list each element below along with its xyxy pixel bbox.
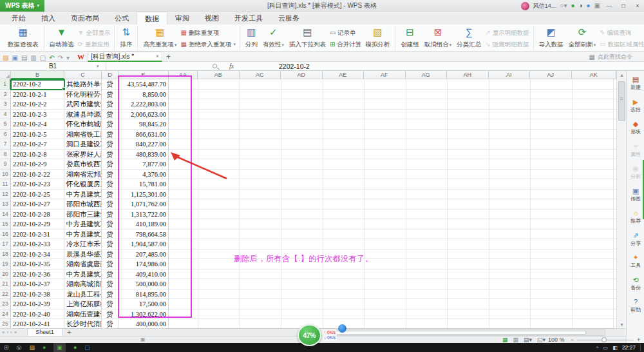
- cell-D18[interactable]: 贷: [102, 249, 118, 260]
- cell-D4[interactable]: 贷: [102, 110, 118, 120]
- row-header-18[interactable]: 18: [0, 249, 11, 260]
- cell-D7[interactable]: 贷: [102, 139, 118, 150]
- cell-B23[interactable]: 2202-10-2-39: [11, 299, 64, 309]
- row-header-20[interactable]: 20: [0, 269, 11, 280]
- maximize-button[interactable]: □: [618, 3, 629, 9]
- cell-B19[interactable]: 2202-10-2-35: [11, 259, 64, 269]
- cell-C17[interactable]: 冷水江市禾青: [64, 239, 102, 249]
- cell-C16[interactable]: 中方县建筑工: [64, 230, 102, 240]
- row-header-24[interactable]: 24: [0, 309, 11, 320]
- ribbon-hide-detail-button[interactable]: ↘隐藏明细数据: [485, 40, 529, 48]
- cell-C2[interactable]: 怀化明程劳务: [64, 90, 102, 100]
- cell-B22[interactable]: 2202-10-2-38: [11, 289, 64, 300]
- more-icon[interactable]: ▾: [66, 51, 70, 63]
- ribbon-edit-query-button[interactable]: ✎编辑查询: [600, 28, 644, 37]
- cell-B15[interactable]: 2202-10-2-29: [11, 219, 64, 230]
- save-icon[interactable]: ▣: [12, 51, 17, 63]
- row-header-1[interactable]: 1: [0, 79, 11, 90]
- cell-C25[interactable]: 长沙时代消防: [64, 319, 102, 329]
- cell-C12[interactable]: 中方县建筑工: [64, 190, 102, 200]
- cell-B6[interactable]: 2202-10-2-5: [11, 130, 64, 140]
- cell-C5[interactable]: 怀化市鹤城区: [64, 119, 102, 130]
- close-button[interactable]: ×: [632, 3, 643, 9]
- cell-D5[interactable]: 贷: [102, 119, 118, 130]
- cell-B24[interactable]: 2202-10-2-40: [11, 309, 64, 320]
- ribbon-reapply-button[interactable]: ⟳重新应用: [78, 40, 111, 48]
- cell-D9[interactable]: 贷: [102, 159, 118, 170]
- column-header-AE[interactable]: AE: [323, 71, 365, 79]
- ribbon-ungroup-button[interactable]: ⊠取消组合▾: [422, 26, 455, 50]
- row-header-23[interactable]: 23: [0, 299, 11, 309]
- avatar[interactable]: [521, 2, 529, 10]
- cell-B11[interactable]: 2202-10-2-23: [11, 179, 64, 190]
- ribbon-validation-button[interactable]: ✓有效性▾: [260, 26, 287, 50]
- ribbon-highlight-duplicates-button[interactable]: ▦高亮重复项▾: [140, 26, 179, 50]
- cell-C11[interactable]: 怀化银厦房产: [64, 179, 102, 190]
- sidebar-item-分享[interactable]: ⇗分享: [627, 230, 644, 252]
- cell-C1[interactable]: 其他路外单位: [64, 79, 102, 90]
- history-icon[interactable]: ○▾: [560, 1, 567, 11]
- zoom-out-button[interactable]: −: [571, 337, 574, 343]
- row-header-7[interactable]: 7: [0, 139, 11, 150]
- column-header-AC[interactable]: AC: [240, 71, 281, 79]
- row-header-13[interactable]: 13: [0, 199, 11, 210]
- zoom-in-button[interactable]: +: [637, 337, 640, 343]
- cell-B18[interactable]: 2202-10-2-34: [11, 249, 64, 260]
- normal-view-icon[interactable]: ▦: [502, 337, 508, 343]
- cell-D19[interactable]: 贷: [102, 259, 118, 269]
- app-green-ball-icon[interactable]: ●: [43, 343, 46, 352]
- menu-tab-开发工具[interactable]: 开发工具: [227, 12, 270, 24]
- row-header-4[interactable]: 4: [0, 110, 11, 120]
- ribbon-record-form-button[interactable]: ▭记录单: [330, 28, 361, 37]
- cell-B7[interactable]: 2202-10-2-7: [11, 139, 64, 150]
- cell-C6[interactable]: 湖南省铁工建: [64, 130, 102, 140]
- tray-expand-icon[interactable]: ^: [596, 345, 599, 351]
- vertical-scrollbar-thumb[interactable]: [618, 81, 625, 121]
- cell-C21[interactable]: 湖南高城消防: [64, 279, 102, 289]
- ribbon-reject-duplicates-button[interactable]: ▦拒绝录入重复项▾: [180, 40, 235, 48]
- cell-C19[interactable]: 湖南省虞唐建: [64, 259, 102, 269]
- column-header-AJ[interactable]: AJ: [530, 71, 572, 79]
- cell-C22[interactable]: 龙山县工程公: [64, 289, 102, 300]
- column-header-AK[interactable]: AK: [572, 71, 617, 79]
- fullscreen-view-icon[interactable]: ◱▾: [537, 337, 545, 343]
- cell-D24[interactable]: 贷: [102, 309, 118, 320]
- row-header-5[interactable]: 5: [0, 119, 11, 130]
- ribbon-show-all-button[interactable]: ▼全部显示: [78, 28, 111, 37]
- wps-taskbar-icon[interactable]: ▣: [53, 343, 66, 352]
- cell-B12[interactable]: 2202-10-2-25: [11, 190, 64, 200]
- row-header-19[interactable]: 19: [0, 259, 11, 269]
- cell-B3[interactable]: 2202-10-2-2: [11, 99, 64, 110]
- ribbon-consolidate-button[interactable]: ⊞合并计算: [330, 40, 361, 48]
- cell-D2[interactable]: 贷: [102, 90, 118, 100]
- cell-B16[interactable]: 2202-10-2-31: [11, 230, 64, 240]
- taskbar-clock[interactable]: 22:27: [622, 344, 636, 351]
- row-header-22[interactable]: 22: [0, 289, 11, 300]
- sidebar-item-形状[interactable]: ◆形状: [627, 119, 644, 141]
- horizontal-scrollbar-thumb[interactable]: [328, 331, 586, 335]
- cell-C15[interactable]: 中方县建筑工: [64, 219, 102, 230]
- name-box-caret-icon[interactable]: ▾: [97, 62, 99, 71]
- tray-volume-icon[interactable]: ◧: [612, 345, 618, 351]
- menu-tab-插入[interactable]: 插入: [33, 12, 63, 24]
- net-speed-widget[interactable]: 47% ↑ 0K/s ↓ 0K/s: [298, 324, 346, 346]
- column-header-C[interactable]: C: [64, 71, 102, 79]
- cell-D8[interactable]: 贷: [102, 150, 118, 160]
- cell-D21[interactable]: 贷: [102, 279, 118, 289]
- column-header-B[interactable]: B: [11, 71, 64, 79]
- ribbon-autofilter-button[interactable]: ▼自动筛选: [47, 26, 77, 50]
- cell-B4[interactable]: 2202-10-2-3: [11, 110, 64, 120]
- app-shortcut-icon[interactable]: ●: [571, 1, 574, 11]
- cell-C7[interactable]: 洞口县建设工: [64, 139, 102, 150]
- open-folder-icon[interactable]: ▨: [3, 51, 8, 63]
- ribbon-what-if-button[interactable]: ▧模拟分析: [363, 26, 392, 50]
- row-header-21[interactable]: 21: [0, 279, 11, 289]
- fx-icon[interactable]: fx: [229, 62, 234, 71]
- folder-icon[interactable]: ▨: [29, 343, 35, 352]
- document-tab[interactable]: [科目查询].xls * ×: [88, 52, 162, 62]
- ribbon-subtotal-button[interactable]: ∑分类汇总: [454, 26, 484, 50]
- column-header-AD[interactable]: AD: [281, 71, 323, 79]
- ribbon-pivot-table-button[interactable]: ▦数据透视表: [5, 26, 41, 50]
- vertical-scrollbar[interactable]: ▲ ▼: [616, 71, 626, 329]
- ribbon-range-properties-button[interactable]: ▭数据区域属性: [600, 40, 644, 48]
